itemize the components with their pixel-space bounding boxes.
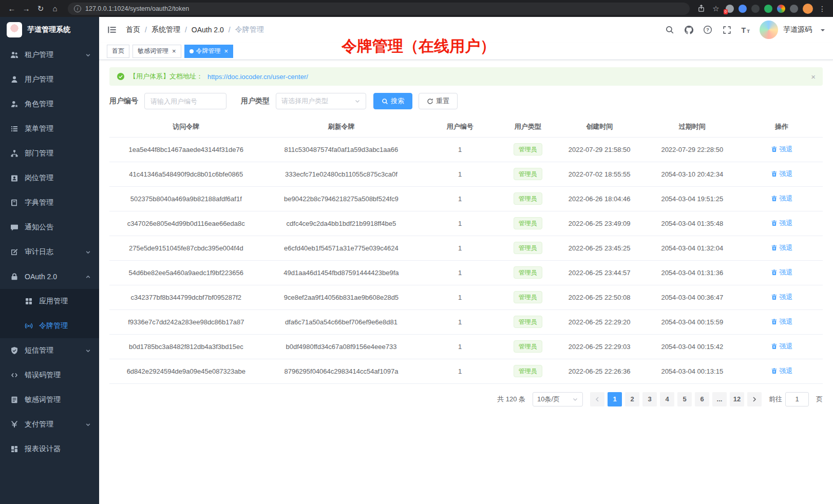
refresh-icon[interactable]: ↻ (34, 2, 47, 15)
user-type-tag: 管理员 (514, 291, 542, 303)
back-arrow-icon[interactable]: ← (5, 2, 18, 15)
tab-sensitive-word[interactable]: 敏感词管理× (132, 45, 181, 58)
sidebar-item-audit-log[interactable]: 审计日志 (0, 240, 99, 264)
alert-close-icon[interactable]: × (811, 72, 816, 81)
force-logout-button[interactable]: 强退 (771, 366, 793, 376)
page-button-3[interactable]: 3 (642, 392, 657, 406)
page-button-12[interactable]: 12 (730, 392, 744, 406)
chevron-down-icon[interactable] (821, 29, 825, 33)
doc-link[interactable]: https://doc.iocoder.cn/user-center/ (207, 73, 308, 81)
action-cell: 强退 (741, 334, 823, 359)
extension-green-icon[interactable] (764, 5, 772, 13)
close-icon[interactable]: × (172, 48, 176, 54)
forward-arrow-icon[interactable]: → (20, 2, 33, 15)
app-logo[interactable]: 芋道管理系统 (0, 17, 99, 43)
sidebar-item-report-designer[interactable]: 报表设计器 (0, 437, 99, 461)
user-type-select[interactable]: 请选择用户类型 (276, 93, 366, 109)
address-bar[interactable]: i 127.0.0.1:1024/system/oauth2/token (68, 3, 690, 15)
home-icon[interactable]: ⌂ (48, 2, 62, 15)
extension-puzzle-icon[interactable]: 0 (726, 5, 734, 13)
sidebar-item-tenant[interactable]: 租户管理 (0, 43, 99, 67)
browser-profile-avatar[interactable] (803, 4, 813, 14)
tab-home[interactable]: 首页 (107, 45, 129, 58)
bookmark-star-icon[interactable]: ☆ (711, 4, 721, 14)
refresh-token-cell: e6cfd40eb1f54571a31e775e039c4624 (263, 236, 420, 260)
sidebar-item-user[interactable]: 用户管理 (0, 67, 99, 92)
force-logout-button[interactable]: 强退 (771, 243, 793, 253)
user-avatar[interactable] (760, 21, 778, 39)
goto-label: 前往 (769, 395, 782, 404)
expire-time-cell: 2054-03-10 20:42:34 (643, 162, 741, 186)
sidebar-item-oauth2[interactable]: OAuth 2.0 (0, 264, 99, 289)
close-icon[interactable]: × (224, 48, 229, 54)
prev-page-button[interactable] (590, 392, 604, 406)
page-button-4[interactable]: 4 (660, 392, 674, 406)
force-logout-button[interactable]: 强退 (771, 293, 793, 302)
sidebar-item-dict[interactable]: 字典管理 (0, 190, 99, 215)
page-button-5[interactable]: 5 (677, 392, 692, 406)
breadcrumb-item[interactable]: 首页 (126, 25, 140, 34)
app-title: 芋道管理系统 (27, 25, 70, 34)
browser-menu-icon[interactable]: ⋮ (818, 5, 827, 13)
next-page-button[interactable] (747, 392, 762, 406)
breadcrumb-item[interactable]: 系统管理 (152, 25, 180, 34)
font-size-icon[interactable]: TT (741, 25, 751, 35)
tab-token[interactable]: 令牌管理× (184, 45, 234, 58)
sidebar-item-notice[interactable]: 通知公告 (0, 215, 99, 240)
sidebar-item-role[interactable]: 角色管理 (0, 92, 99, 117)
sidebar-item-pay[interactable]: 支付管理 (0, 412, 99, 437)
user-id-cell: 1 (420, 285, 500, 309)
user-id-cell: 1 (420, 162, 500, 186)
browser-chrome: ← → ↻ ⌂ i 127.0.0.1:1024/system/oauth2/t… (0, 0, 833, 17)
extension-dark-icon[interactable] (751, 5, 760, 13)
help-icon[interactable]: ? (703, 25, 713, 35)
sidebar-item-label: 部门管理 (25, 149, 53, 158)
sidebar-item-label: OAuth 2.0 (25, 273, 57, 281)
user-type-cell: 管理员 (500, 162, 555, 186)
sidebar-item-post[interactable]: 岗位管理 (0, 166, 99, 190)
sidebar-item-sensitive-word[interactable]: 敏感词管理 (0, 387, 99, 412)
top-navbar: 首页/系统管理/OAuth 2.0/令牌管理 ?TT 芋道源码 (99, 17, 833, 43)
force-logout-button[interactable]: 强退 (771, 219, 793, 228)
sidebar-item-oauth2-app[interactable]: 应用管理 (0, 289, 99, 314)
username[interactable]: 芋道源码 (783, 25, 812, 34)
sidebar-item-dept[interactable]: 部门管理 (0, 141, 99, 166)
sidebar-item-error-code[interactable]: 错误码管理 (0, 363, 99, 387)
force-logout-label: 强退 (780, 219, 793, 228)
search-button[interactable]: 搜索 (373, 93, 412, 109)
sidebar-item-menu[interactable]: 菜单管理 (0, 117, 99, 141)
user-id-cell: 1 (420, 186, 500, 211)
share-icon[interactable] (696, 4, 706, 14)
force-logout-button[interactable]: 强退 (771, 145, 793, 154)
reset-button[interactable]: 重置 (419, 93, 458, 109)
breadcrumb-separator: / (145, 26, 147, 34)
breadcrumb-item[interactable]: OAuth 2.0 (192, 26, 224, 34)
force-logout-button[interactable]: 强退 (771, 317, 793, 326)
sidebar-item-sms[interactable]: 短信管理 (0, 338, 99, 363)
page-button-6[interactable]: 6 (695, 392, 709, 406)
page-button-2[interactable]: 2 (625, 392, 639, 406)
page-ellipsis[interactable]: ... (712, 392, 727, 406)
extension-multicolor-icon[interactable] (777, 5, 785, 13)
search-icon[interactable] (665, 25, 675, 35)
page-size-select[interactable]: 10条/页 (533, 392, 583, 406)
goto-page-input[interactable] (785, 392, 809, 406)
create-time-cell: 2022-06-25 23:45:25 (555, 236, 643, 260)
user-type-tag: 管理员 (514, 192, 542, 205)
page-button-1[interactable]: 1 (608, 392, 622, 406)
github-icon[interactable] (684, 25, 694, 35)
extension-gray-icon[interactable] (790, 5, 798, 13)
sidebar-item-oauth2-token[interactable]: 令牌管理 (0, 314, 99, 338)
force-logout-button[interactable]: 强退 (771, 268, 793, 277)
fullscreen-icon[interactable] (722, 25, 732, 35)
user-id-input[interactable] (144, 93, 226, 109)
hamburger-icon[interactable] (107, 25, 118, 35)
tabs-bar: 首页敏感词管理×令牌管理× (99, 43, 833, 60)
force-logout-button[interactable]: 强退 (771, 169, 793, 179)
extension-blue-icon[interactable] (739, 5, 747, 13)
force-logout-button[interactable]: 强退 (771, 342, 793, 351)
force-logout-button[interactable]: 强退 (771, 194, 793, 203)
user-type-tag: 管理员 (514, 365, 542, 377)
user-type-tag: 管理员 (514, 266, 542, 279)
page-info-icon[interactable]: i (74, 5, 81, 12)
